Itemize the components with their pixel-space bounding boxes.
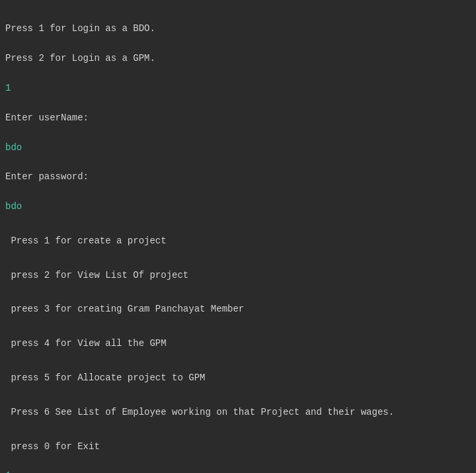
terminal-line xyxy=(5,400,471,405)
terminal-line: press 0 for Exit xyxy=(5,439,471,454)
terminal-line: bdo xyxy=(5,140,471,155)
terminal-line: Press 2 for Login as a GPM. xyxy=(5,51,471,65)
terminal-line: 1 xyxy=(5,81,471,95)
terminal-line: Press 1 for Login as a BDO. xyxy=(5,21,471,36)
terminal-line xyxy=(5,435,471,439)
terminal-line: Enter userName: xyxy=(5,110,471,125)
terminal-line: Press 1 for create a project xyxy=(5,234,471,248)
terminal-line xyxy=(5,331,471,336)
terminal-line xyxy=(5,263,471,268)
terminal-line: press 5 for Allocate project to GPM xyxy=(5,370,471,385)
terminal-line: bdo xyxy=(5,199,471,214)
terminal-line xyxy=(5,366,471,370)
terminal-line xyxy=(5,297,471,302)
terminal-line: Press 6 See List of Employee working on … xyxy=(5,405,471,419)
terminal-line xyxy=(5,229,471,234)
terminal-line: press 2 for View List Of project xyxy=(5,268,471,282)
terminal-line: prees 3 for creating Gram Panchayat Memb… xyxy=(5,302,471,316)
terminal-line: Enter password: xyxy=(5,169,471,184)
terminal-line: 1 xyxy=(5,468,471,473)
terminal-container: Press 1 for Login as a BDO.Press 2 for L… xyxy=(5,7,471,473)
terminal-line: press 4 for View all the GPM xyxy=(5,336,471,351)
